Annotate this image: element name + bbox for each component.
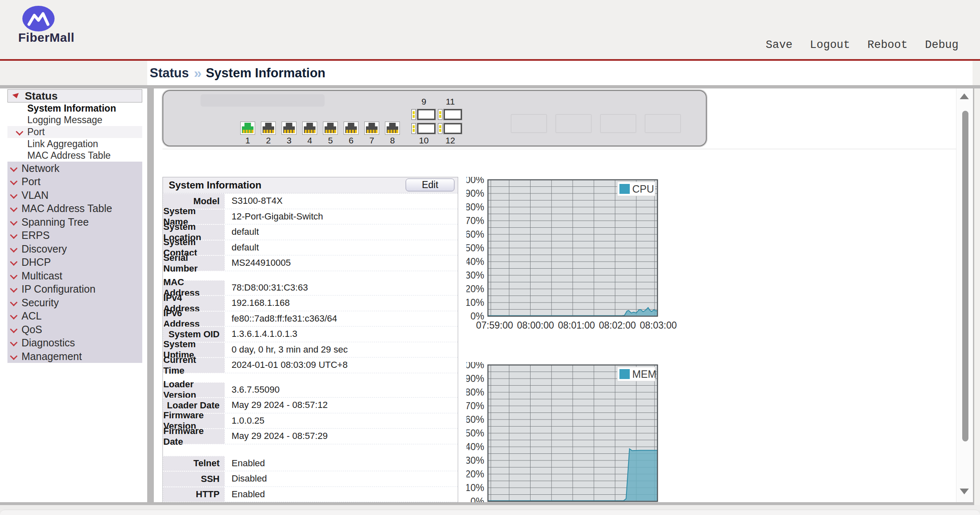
port-2[interactable]: 2 [261, 122, 276, 145]
field-value: Enabled [225, 456, 458, 472]
svg-text:40%: 40% [466, 441, 484, 452]
pin [251, 130, 253, 133]
sfp-port-12[interactable] [444, 123, 462, 134]
port-pins [242, 130, 253, 133]
sidebar-item-label: MAC Address Table [27, 150, 111, 161]
edit-button[interactable]: Edit [406, 179, 454, 191]
chevron-down-icon [10, 205, 17, 212]
scrollbar-up-arrow-icon[interactable] [960, 93, 969, 99]
sidebar-group-vlan[interactable]: VLAN [7, 188, 142, 202]
sidebar-group-status[interactable]: Status [7, 89, 142, 103]
sidebar-group-label: Spanning Tree [22, 216, 89, 228]
svg-text:60%: 60% [466, 414, 484, 425]
system-information-card: System Information Edit ModelS3100-8T4XS… [163, 177, 458, 502]
port-number: 7 [364, 136, 379, 145]
svg-text:20%: 20% [466, 284, 484, 294]
sfp-led-icon [411, 123, 416, 134]
port-number: 4 [302, 136, 317, 145]
sidebar-group-erps[interactable]: ERPS [7, 229, 142, 242]
field-value: Enabled [225, 487, 458, 503]
header-link-reboot[interactable]: Reboot [868, 39, 908, 51]
sfp-port-10[interactable] [417, 123, 435, 134]
sidebar-group-label: VLAN [22, 189, 48, 201]
port-3[interactable]: 3 [282, 122, 296, 145]
port-4[interactable]: 4 [302, 122, 317, 145]
sfp-led-icon [438, 123, 442, 134]
header-link-save[interactable]: Save [766, 39, 793, 51]
rj45-port-icon [323, 122, 338, 135]
sidebar-group-label: Status [25, 90, 57, 103]
led-dot [413, 111, 415, 114]
rj45-port-icon [240, 122, 255, 135]
sidebar-group-port[interactable]: Port [7, 175, 142, 188]
sidebar-group-diagnostics[interactable]: Diagnostics [7, 336, 142, 350]
port-8[interactable]: 8 [385, 122, 400, 145]
pin [352, 130, 354, 133]
sidebar-group-discovery[interactable]: Discovery [7, 242, 142, 256]
table-row-firmware-date: Firmware DateMay 29 2024 - 08:57:29 [163, 429, 458, 444]
frame-bottom-bar [0, 502, 974, 505]
scrollbar-down-arrow-icon[interactable] [960, 489, 969, 494]
sidebar-item-mac-address-table[interactable]: MAC Address Table [7, 150, 142, 162]
svg-text:50%: 50% [466, 428, 484, 439]
sidebar-item-link-aggregation[interactable]: Link Aggregation [7, 138, 142, 150]
sidebar-group-acl[interactable]: ACL [7, 309, 142, 323]
sfp-port-11[interactable] [444, 109, 462, 120]
scrollbar-thumb[interactable] [962, 111, 968, 441]
sidebar-item-logging-message[interactable]: Logging Message [7, 114, 142, 126]
sidebar-group-spanning-tree[interactable]: Spanning Tree [7, 215, 142, 229]
field-value: fe80::7ad8:ff:fe31:c363/64 [225, 311, 458, 327]
svg-text:08:03:00: 08:03:00 [640, 320, 677, 331]
header-link-debug[interactable]: Debug [925, 39, 958, 51]
rj45-port-icon [364, 122, 379, 135]
table-row-serial-number: Serial NumberMS244910005 [163, 255, 458, 271]
sidebar-group-mac-address-table[interactable]: MAC Address Table [7, 202, 142, 215]
info-group: MAC Address78:D8:00:31:C3:63IPv4 Address… [163, 280, 458, 373]
pin [346, 130, 348, 133]
svg-text:10%: 10% [466, 482, 484, 493]
port-pins [387, 130, 398, 133]
sidebar-group-label: Security [22, 297, 59, 309]
rj45-port-icon [302, 122, 317, 135]
sfp-port-number: 11 [441, 97, 459, 107]
svg-text:30%: 30% [466, 455, 484, 466]
sidebar-group-management[interactable]: Management [7, 350, 142, 363]
sfp-port-number: 12 [441, 136, 459, 145]
chevron-down-icon [10, 285, 17, 293]
taskbar-edge [0, 510, 980, 515]
sfp-led-icon [438, 109, 442, 120]
port-5[interactable]: 5 [323, 122, 338, 145]
chevron-down-icon [16, 128, 23, 136]
pin [266, 130, 268, 133]
legend-label: MEM [632, 368, 656, 380]
header-link-logout[interactable]: Logout [810, 39, 850, 51]
chevron-down-icon [10, 272, 17, 279]
pin [373, 130, 375, 133]
port-6[interactable]: 6 [344, 122, 359, 145]
sidebar-item-port[interactable]: Port [7, 126, 142, 138]
sidebar-group-security[interactable]: Security [7, 296, 142, 310]
port-7[interactable]: 7 [364, 122, 379, 145]
brand-name: FiberMall [18, 31, 74, 45]
main-content: 12345678 9101112 System Information Edit… [154, 88, 973, 502]
table-row-telnet: TelnetEnabled [163, 456, 458, 472]
sidebar-status-subitems: System InformationLogging MessagePortLin… [7, 103, 142, 162]
pin [393, 130, 395, 133]
chevron-down-icon [10, 325, 17, 333]
led-dot [439, 125, 441, 128]
sidebar-group-qos[interactable]: QoS [7, 323, 142, 336]
sidebar-group-label: IP Configuration [22, 283, 96, 295]
port-1[interactable]: 1 [240, 122, 255, 145]
sfp-port-9[interactable] [417, 109, 435, 120]
svg-text:70%: 70% [466, 401, 484, 411]
sidebar-item-system-information[interactable]: System Information [7, 103, 142, 114]
field-value: May 29 2024 - 08:57:12 [225, 398, 458, 413]
sidebar-group-ip-configuration[interactable]: IP Configuration [7, 282, 142, 296]
field-label: HTTP [163, 487, 225, 503]
field-value: 3.6.7.55090 [225, 382, 458, 398]
sidebar-group-dhcp[interactable]: DHCP [7, 255, 142, 269]
panel-divider [163, 149, 961, 149]
sidebar-group-multicast[interactable]: Multicast [7, 269, 142, 283]
port-number: 1 [240, 136, 255, 145]
sidebar-group-network[interactable]: Network [7, 162, 142, 175]
